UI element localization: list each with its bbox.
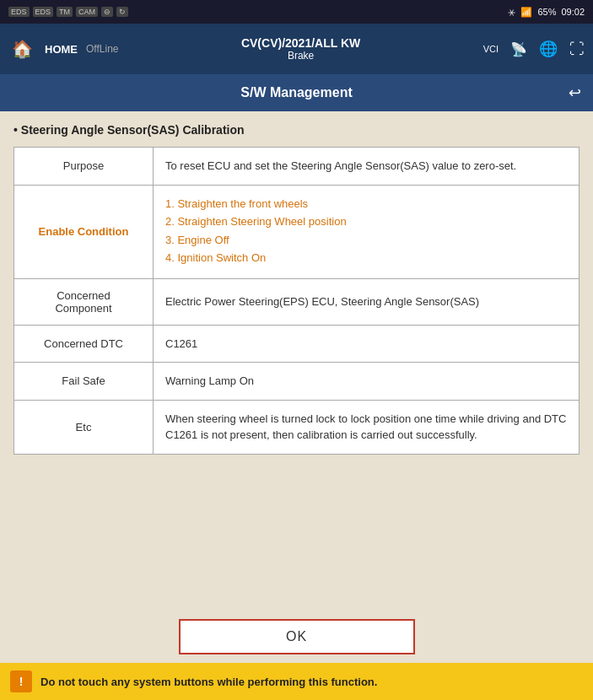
purpose-label: Purpose	[14, 148, 154, 186]
status-left-icons: EDS EDS TM CAM ⊖ ↻	[8, 7, 128, 17]
info-table: Purpose To reset ECU and set the Steerin…	[13, 147, 580, 455]
purpose-value: To reset ECU and set the Steering Angle …	[154, 148, 580, 186]
status-icon-eds1: EDS	[8, 7, 30, 17]
sw-title: S/W Management	[240, 85, 352, 100]
battery-label: 65%	[537, 7, 556, 17]
bluetooth-icon: ⚹	[508, 7, 515, 18]
status-icon-refresh: ↻	[116, 7, 128, 17]
vehicle-label: CV(CV)/2021/ALL KW	[241, 36, 360, 50]
fail-safe-value: Warning Lamp On	[154, 363, 580, 401]
table-row: Fail Safe Warning Lamp On	[14, 363, 580, 401]
expand-icon[interactable]: ⛶	[569, 40, 585, 58]
offline-label: OffLine	[86, 43, 118, 55]
home-button[interactable]: 🏠	[8, 35, 36, 62]
warning-message: Do not touch any system buttons while pe…	[40, 676, 377, 688]
nav-right-controls: VCI 📡 🌐 ⛶	[483, 40, 585, 58]
status-right-icons: ⚹ 📶 65% 09:02	[508, 7, 585, 18]
vci-wifi-icon[interactable]: 📡	[510, 41, 527, 57]
status-icon-eds2: EDS	[33, 7, 54, 17]
warning-icon: !	[10, 670, 32, 692]
enable-condition-label: Enable Condition	[14, 185, 154, 278]
table-row: Etc When steering wheel is turned lock t…	[14, 400, 580, 454]
etc-label: Etc	[14, 400, 154, 454]
status-icon-minus: ⊖	[101, 7, 113, 17]
status-bar: EDS EDS TM CAM ⊖ ↻ ⚹ 📶 65% 09:02	[0, 0, 593, 24]
nav-bar: 🏠 HOME OffLine CV(CV)/2021/ALL KW Brake …	[0, 24, 593, 74]
wifi-icon: 📶	[520, 7, 532, 18]
nav-center: CV(CV)/2021/ALL KW Brake	[127, 36, 474, 62]
enable-condition-value: 1. Straighten the front wheels 2. Straig…	[154, 185, 580, 278]
table-row: Concerned DTC C1261	[14, 325, 580, 363]
home-label: HOME	[45, 43, 78, 56]
time-label: 09:02	[561, 7, 585, 17]
concerned-component-value: Electric Power Steering(EPS) ECU, Steeri…	[154, 278, 580, 325]
status-icon-tm: TM	[57, 7, 73, 17]
warning-bar: ! Do not touch any system buttons while …	[0, 663, 593, 700]
list-item: 3. Engine Off	[165, 232, 567, 249]
brake-label: Brake	[288, 50, 314, 62]
status-icon-cam: CAM	[76, 7, 98, 17]
main-content: • Steering Angle Sensor(SAS) Calibration…	[0, 111, 593, 611]
concerned-component-label: ConcernedComponent	[14, 278, 154, 325]
fail-safe-label: Fail Safe	[14, 363, 154, 401]
sw-management-header: S/W Management ↩	[0, 74, 593, 111]
back-icon[interactable]: ↩	[569, 83, 581, 102]
ok-button[interactable]: OK	[179, 619, 415, 654]
section-title: • Steering Angle Sensor(SAS) Calibration	[13, 123, 580, 137]
table-row: Purpose To reset ECU and set the Steerin…	[14, 148, 580, 186]
vci-label: VCI	[483, 44, 499, 54]
table-row: ConcernedComponent Electric Power Steeri…	[14, 278, 580, 325]
globe-icon[interactable]: 🌐	[539, 40, 558, 58]
list-item: 4. Ignition Switch On	[165, 250, 567, 267]
concerned-dtc-value: C1261	[154, 325, 580, 363]
bottom-area: OK	[0, 611, 593, 663]
list-item: 1. Straighten the front wheels	[165, 196, 567, 213]
list-item: 2. Straighten Steering Wheel position	[165, 213, 567, 230]
concerned-dtc-label: Concerned DTC	[14, 325, 154, 363]
etc-value: When steering wheel is turned lock to lo…	[154, 400, 580, 454]
enable-condition-list: 1. Straighten the front wheels 2. Straig…	[165, 196, 567, 267]
table-row: Enable Condition 1. Straighten the front…	[14, 185, 580, 278]
